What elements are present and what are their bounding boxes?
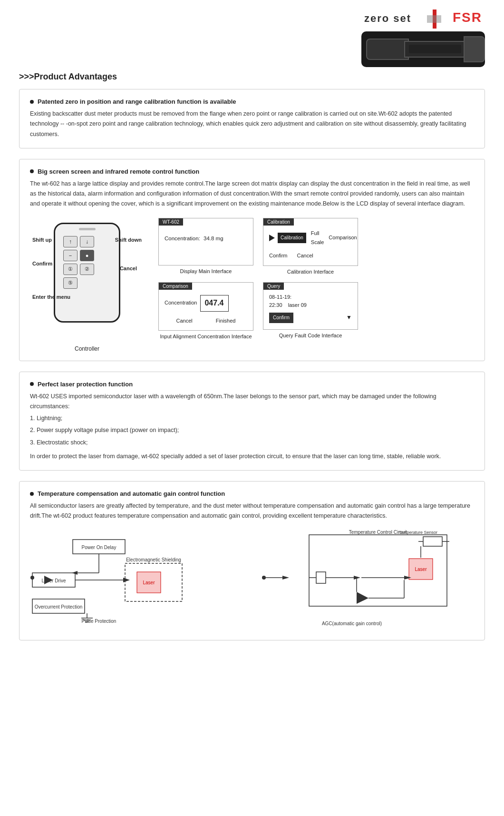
bullet-title-1: Patented zero in position and range cali… — [30, 98, 474, 105]
svg-text:Pulse Protection: Pulse Protection — [82, 619, 116, 624]
svg-marker-38 — [282, 576, 289, 580]
svg-marker-17 — [123, 578, 130, 582]
comp-conc-value: 047.4 — [200, 295, 229, 312]
down-arrow-icon: ▼ — [346, 313, 352, 323]
comparison-buttons: Cancel Finished — [165, 316, 247, 326]
lcd-bottom-row: Comparison Concentration 047.4 Cancel Fi… — [158, 282, 474, 340]
query-time: 08-11-19: 22:30 laser 09 — [269, 293, 352, 310]
query-screen: Query 08-11-19: 22:30 laser 09 Confirm ▼ — [263, 282, 358, 330]
comparison-cancel-btn[interactable]: Cancel — [176, 316, 193, 326]
svg-rect-1 — [427, 15, 441, 23]
circuit-right: Temperature Control Circuit Temperature … — [262, 530, 474, 631]
comparison-container: Comparison Concentration 047.4 Cancel Fi… — [158, 282, 253, 340]
bullet-dot-4 — [30, 492, 34, 496]
confirm-label: Confirm — [32, 261, 52, 266]
bullet-dot-3 — [30, 382, 34, 386]
laser-footer: In order to protect the laser from damag… — [30, 452, 474, 462]
phone-buttons: ↑ ↓ − ● ① ② ⑤ — [63, 236, 111, 289]
lcd-screens-container: WT-602 Concentration: 34.8 mg Display Ma… — [158, 218, 474, 340]
phone-btn-minus[interactable]: − — [63, 250, 78, 261]
display-main-container: WT-602 Concentration: 34.8 mg Display Ma… — [158, 218, 253, 275]
comp-conc-label: Concentration — [165, 298, 197, 308]
controller-area: ↑ ↓ − ● ① ② ⑤ Shift up Shift down Co — [32, 218, 142, 342]
logo-icon — [427, 10, 441, 29]
bullet-title-text-4: Temperature compensation and automatic g… — [38, 490, 225, 497]
comparison-content: Concentration 047.4 Cancel Finished — [159, 283, 253, 331]
bullet-title-2: Big screen screen and infrared remote co… — [30, 168, 474, 175]
phone-btn-down[interactable]: ↓ — [80, 236, 94, 247]
zero-set-text: zero set — [364, 12, 411, 24]
calib-cancel-btn[interactable]: Cancel — [297, 251, 313, 261]
query-confirm-btn[interactable]: Confirm — [269, 313, 293, 323]
display-main-tab: WT-602 — [159, 218, 183, 226]
controller-container: ↑ ↓ − ● ① ② ⑤ Shift up Shift down Co — [30, 218, 144, 352]
bullet-title-text-2: Big screen screen and infrared remote co… — [38, 168, 199, 175]
comparison-text: Comparison — [329, 233, 357, 243]
svg-rect-39 — [316, 572, 326, 583]
section-laser: Perfect laser protection function Wt-602… — [19, 372, 485, 471]
bullet-dot-1 — [30, 100, 34, 104]
diagrams-row: ↑ ↓ − ● ① ② ⑤ Shift up Shift down Co — [30, 218, 474, 352]
enter-menu-label: Enter the menu — [32, 294, 70, 300]
query-confirm-row: Confirm ▼ — [269, 313, 352, 323]
calib-selected: Calibration — [278, 233, 306, 243]
list-item-2: 2. Power supply voltage pulse impact (po… — [30, 425, 474, 435]
bullet-dot-2 — [30, 169, 34, 173]
display-main-screen: WT-602 Concentration: 34.8 mg — [158, 218, 253, 265]
svg-text:Laser: Laser — [143, 580, 155, 585]
full-scale-text: Full Scale — [311, 229, 324, 248]
cancel-label: Cancel — [120, 265, 137, 271]
svg-text:Overcurrent Protection: Overcurrent Protection — [35, 604, 83, 610]
section-big-screen: Big screen screen and infrared remote co… — [19, 159, 485, 361]
bullet-title-4: Temperature compensation and automatic g… — [30, 490, 474, 497]
comparison-tab: Comparison — [159, 283, 192, 290]
logo-text: zero set FSR — [361, 10, 485, 29]
list-item-3: 3. Electrostatic shock; — [30, 438, 474, 448]
bullet-title-text-3: Perfect laser protection function — [38, 381, 133, 388]
calib-confirm-btn[interactable]: Confirm — [269, 251, 288, 261]
comparison-finished-btn[interactable]: Finished — [216, 316, 236, 326]
phone-btn-center[interactable]: ● — [80, 250, 94, 261]
conc-label: Concentration: — [165, 236, 200, 241]
calibration-caption: Calibration Interface — [287, 269, 334, 275]
comparison-screen: Comparison Concentration 047.4 Cancel Fi… — [158, 282, 253, 331]
calibration-screen: Calibration Calibration Full Scale Compa… — [263, 218, 358, 266]
svg-marker-20 — [72, 571, 78, 575]
phone-btn-1[interactable]: ① — [63, 264, 78, 275]
phone-speaker — [79, 228, 96, 230]
shift-up-label: Shift up — [32, 237, 52, 243]
comparison-caption: Input Alignment Concentration Interface — [160, 334, 252, 339]
calib-row: Calibration Full Scale Comparison — [269, 229, 352, 248]
controller-caption: Controller — [75, 345, 99, 352]
phone-btn-5[interactable]: ⑤ — [63, 277, 78, 289]
phone-btn-2[interactable]: ② — [80, 264, 94, 275]
device-image — [361, 31, 485, 67]
svg-rect-28 — [423, 537, 442, 546]
header-right: zero set FSR — [361, 10, 485, 67]
section-body-4: All semiconductor lasers are greatly aff… — [30, 501, 474, 521]
calibration-container: Calibration Calibration Full Scale Compa… — [263, 218, 358, 275]
section-temp: Temperature compensation and automatic g… — [19, 481, 485, 640]
conc-value: 34.8 mg — [204, 236, 223, 241]
query-tab: Query — [263, 283, 284, 290]
svg-text:Power On Delay: Power On Delay — [82, 545, 116, 550]
play-icon — [269, 235, 275, 241]
header: zero set FSR — [19, 10, 485, 67]
circuit-right-svg: Temperature Control Circuit Temperature … — [262, 530, 452, 630]
shift-down-label: Shift down — [115, 237, 142, 243]
svg-text:AGC(automatic gain control): AGC(automatic gain control) — [322, 621, 382, 626]
svg-text:Electromagnetic Shielding: Electromagnetic Shielding — [126, 557, 181, 562]
query-time1: 08-11-19: — [269, 294, 291, 300]
controller-phone: ↑ ↓ − ● ① ② ⑤ — [54, 223, 120, 323]
query-container: Query 08-11-19: 22:30 laser 09 Confirm ▼ — [263, 282, 358, 340]
svg-point-36 — [262, 576, 266, 580]
fsr-text: FSR — [453, 10, 482, 25]
phone-btn-up[interactable]: ↑ — [63, 236, 78, 247]
comparison-conc-row: Concentration 047.4 — [165, 295, 247, 312]
calib-buttons-row: Confirm Cancel — [269, 251, 352, 261]
svg-text:Laser: Laser — [415, 567, 427, 572]
section-body-3: Wt-602 USES imported semiconductor laser… — [30, 392, 474, 412]
lcd-top-row: WT-602 Concentration: 34.8 mg Display Ma… — [158, 218, 474, 275]
query-caption: Query Fault Code Interface — [279, 333, 342, 338]
query-laser: laser 09 — [288, 302, 307, 308]
